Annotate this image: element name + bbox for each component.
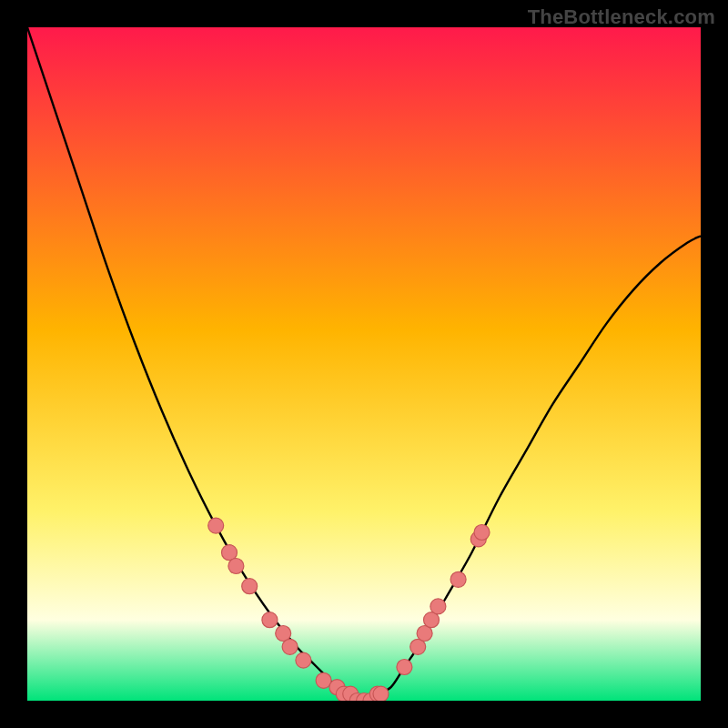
plot-area [27,27,701,701]
data-point [450,571,466,587]
data-point [208,518,224,533]
data-point [474,525,490,541]
data-point [282,639,298,654]
chart-frame: TheBottleneck.com [0,0,728,728]
data-point [242,579,258,594]
watermark-text: TheBottleneck.com [528,5,715,29]
data-point [373,686,389,701]
data-point [228,559,244,574]
data-point [397,660,412,675]
data-point [262,612,278,628]
data-point [296,652,311,668]
gradient-background [27,27,701,701]
data-point [430,599,446,614]
chart-svg [27,27,701,701]
